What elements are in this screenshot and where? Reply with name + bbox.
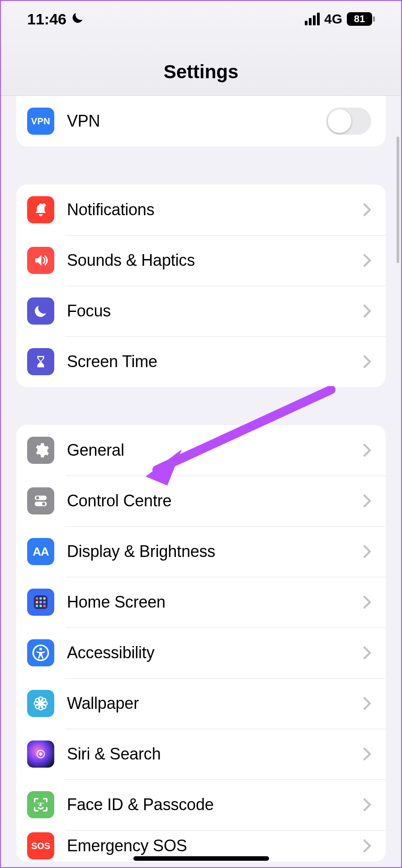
chevron-right-icon — [363, 545, 371, 558]
chevron-right-icon — [363, 697, 371, 710]
row-notifications[interactable]: Notifications — [16, 184, 386, 235]
cellular-signal-icon — [305, 13, 320, 25]
hourglass-icon — [27, 348, 54, 375]
gear-icon — [27, 437, 54, 464]
siri-icon — [27, 741, 54, 768]
scroll-indicator — [397, 137, 399, 263]
row-label: Accessibility — [67, 643, 363, 662]
svg-point-28 — [38, 803, 39, 803]
row-wallpaper[interactable]: Wallpaper — [16, 678, 386, 729]
settings-list[interactable]: VPN VPN Notifications Sound — [1, 96, 401, 867]
row-sounds[interactable]: Sounds & Haptics — [16, 235, 386, 286]
row-label: Focus — [67, 302, 363, 321]
status-bar: 11:46 4G 81 — [1, 1, 401, 37]
bell-icon — [27, 196, 54, 223]
speaker-icon — [27, 247, 54, 274]
svg-rect-13 — [40, 605, 42, 607]
flower-icon — [27, 690, 54, 717]
chevron-right-icon — [363, 646, 371, 660]
chevron-right-icon — [363, 443, 371, 457]
svg-rect-8 — [43, 597, 46, 599]
faceid-icon — [27, 791, 54, 818]
aa-icon: AA — [27, 538, 54, 565]
svg-point-27 — [39, 752, 42, 755]
chevron-right-icon — [363, 355, 371, 368]
row-label: Face ID & Passcode — [67, 795, 363, 814]
row-label: Display & Brightness — [67, 542, 363, 561]
svg-point-0 — [42, 203, 46, 208]
row-label: Notifications — [67, 200, 363, 219]
svg-rect-9 — [36, 601, 38, 604]
focus-moon-icon — [71, 11, 85, 28]
chevron-right-icon — [363, 203, 371, 217]
svg-rect-11 — [43, 601, 46, 604]
chevron-right-icon — [363, 304, 371, 318]
row-controlcentre[interactable]: Control Centre — [16, 476, 386, 526]
svg-point-29 — [43, 803, 43, 803]
row-faceid[interactable]: Face ID & Passcode — [16, 779, 386, 830]
moon-icon — [27, 297, 54, 325]
grid-icon — [27, 589, 54, 616]
accessibility-icon — [27, 639, 54, 666]
row-siri[interactable]: Siri & Search — [16, 729, 386, 779]
status-time: 11:46 — [27, 10, 66, 28]
row-label: Screen Time — [67, 352, 363, 371]
row-display[interactable]: AA Display & Brightness — [16, 526, 386, 577]
battery-icon: 81 — [347, 12, 375, 26]
row-label: General — [67, 441, 363, 460]
svg-rect-6 — [36, 597, 38, 599]
switches-icon — [27, 487, 54, 514]
row-vpn[interactable]: VPN VPN — [16, 96, 386, 146]
row-label: VPN — [67, 112, 326, 131]
svg-point-16 — [39, 648, 42, 651]
chevron-right-icon — [363, 595, 371, 609]
sos-icon: SOS — [27, 832, 54, 859]
chevron-right-icon — [363, 839, 371, 853]
svg-rect-12 — [36, 605, 38, 607]
home-indicator[interactable] — [133, 856, 269, 861]
vpn-icon: VPN — [27, 108, 54, 135]
status-right: 4G 81 — [305, 11, 375, 27]
row-label: Emergency SOS — [67, 836, 363, 855]
page-title: Settings — [164, 61, 239, 83]
row-label: Wallpaper — [67, 694, 363, 713]
row-label: Sounds & Haptics — [67, 251, 363, 270]
section-device: General Control Centre AA Display & Brig… — [16, 425, 386, 862]
svg-rect-7 — [40, 597, 42, 599]
svg-rect-14 — [43, 605, 46, 607]
row-screentime[interactable]: Screen Time — [16, 336, 386, 387]
section-alerts: Notifications Sounds & Haptics Focus — [16, 184, 386, 387]
row-label: Control Centre — [67, 491, 363, 510]
row-homescreen[interactable]: Home Screen — [16, 577, 386, 627]
network-label: 4G — [324, 11, 342, 27]
row-focus[interactable]: Focus — [16, 286, 386, 336]
row-general[interactable]: General — [16, 425, 386, 476]
row-accessibility[interactable]: Accessibility — [16, 627, 386, 678]
section-network: VPN VPN — [16, 96, 386, 146]
chevron-right-icon — [363, 798, 371, 811]
row-label: Home Screen — [67, 593, 363, 612]
battery-level: 81 — [347, 12, 372, 26]
chevron-right-icon — [363, 494, 371, 508]
vpn-toggle[interactable] — [326, 108, 371, 135]
row-label: Siri & Search — [67, 745, 363, 764]
svg-point-4 — [42, 502, 45, 505]
chevron-right-icon — [363, 747, 371, 761]
device-frame: 11:46 4G 81 Settings VPN — [0, 0, 402, 868]
status-left: 11:46 — [27, 10, 85, 28]
chevron-right-icon — [363, 254, 371, 267]
svg-rect-10 — [40, 601, 42, 604]
svg-point-2 — [36, 496, 39, 500]
